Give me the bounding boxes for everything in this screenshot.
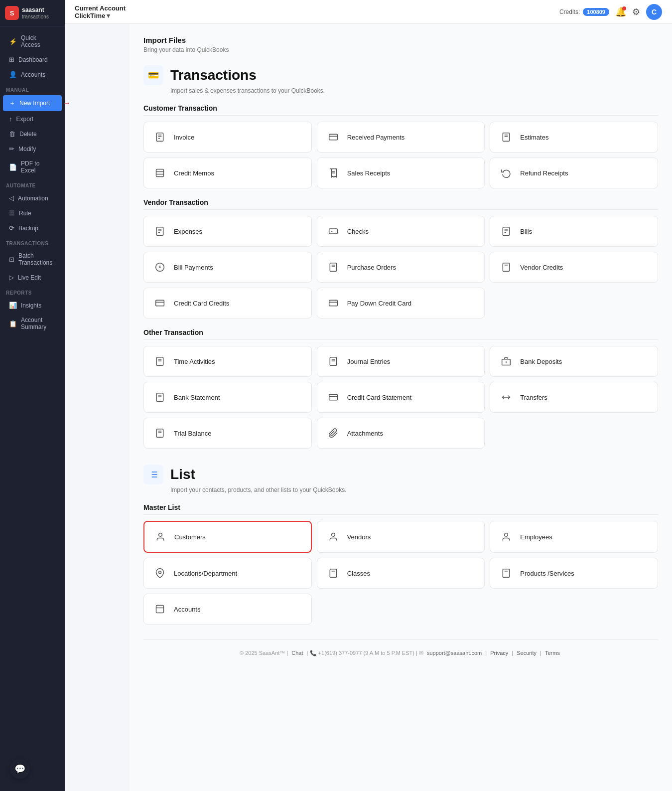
card-sales-receipts[interactable]: Sales Receipts (317, 158, 485, 188)
pay-down-credit-card-label: Pay Down Credit Card (347, 300, 411, 307)
svg-point-62 (159, 571, 161, 574)
sidebar-item-rule[interactable]: ☰ Rule (3, 206, 62, 220)
card-estimates[interactable]: Estimates (490, 122, 658, 153)
svg-rect-27 (330, 263, 336, 272)
card-classes[interactable]: Classes (317, 558, 485, 589)
svg-rect-44 (156, 393, 163, 402)
live-edit-label: Live Edit (18, 274, 41, 281)
customers-label: Customers (174, 533, 206, 541)
sidebar-item-accounts[interactable]: 👤 Accounts (3, 67, 62, 82)
card-purchase-orders[interactable]: Purchase Orders (317, 252, 485, 283)
footer-email[interactable]: support@saasant.com (427, 650, 482, 656)
svg-rect-0 (156, 133, 163, 142)
accounts-list-icon (152, 601, 168, 617)
footer-security[interactable]: Security (517, 650, 537, 656)
dashboard-icon: ⊞ (9, 56, 14, 63)
credits-value: 100809 (583, 8, 609, 16)
card-bank-deposits[interactable]: Bank Deposits (490, 346, 658, 377)
card-pay-down-credit-card[interactable]: Pay Down Credit Card (317, 288, 485, 318)
account-info: Current Account ClickTime ▾ (75, 4, 126, 19)
card-credit-memos[interactable]: Credit Memos (143, 158, 312, 188)
sidebar-item-automation[interactable]: ◁ Automation (3, 191, 62, 205)
credits-area: Credits: 100809 (559, 8, 609, 16)
card-invoice[interactable]: Invoice (143, 122, 312, 153)
svg-rect-39 (330, 357, 336, 366)
account-name[interactable]: ClickTime (75, 12, 105, 19)
sidebar-item-export[interactable]: ↑ Export (3, 112, 62, 126)
insights-icon: 📊 (9, 302, 17, 309)
checks-icon (325, 223, 341, 239)
sidebar-item-batch-transactions[interactable]: ⊡ Batch Transactions (3, 249, 62, 270)
modify-icon: ✏ (9, 145, 14, 153)
footer-chat-link[interactable]: Chat (291, 650, 303, 656)
quick-access-icon: ⚡ (9, 38, 17, 45)
other-transaction-title: Other Transaction (143, 328, 658, 340)
footer-terms[interactable]: Terms (545, 650, 560, 656)
classes-icon (325, 565, 341, 581)
accounts-label: Accounts (21, 71, 45, 78)
rule-label: Rule (19, 210, 31, 217)
footer-privacy[interactable]: Privacy (490, 650, 508, 656)
modify-label: Modify (18, 146, 36, 153)
card-attachments[interactable]: Attachments (317, 418, 485, 449)
card-customers[interactable]: Customers (143, 521, 312, 553)
card-credit-card-statement[interactable]: Credit Card Statement (317, 382, 485, 413)
card-checks[interactable]: Checks (317, 216, 485, 247)
card-refund-receipts[interactable]: Refund Receipts (490, 158, 658, 188)
bill-payments-label: Bill Payments (174, 264, 213, 271)
credit-card-credits-label: Credit Card Credits (174, 300, 229, 307)
vendor-transaction-title: Vendor Transaction (143, 198, 658, 210)
sidebar-item-pdf-to-excel[interactable]: 📄 PDF to Excel (3, 157, 62, 177)
card-products-services[interactable]: Products /Services (490, 558, 658, 589)
card-transfers[interactable]: Transfers (490, 382, 658, 413)
account-chevron[interactable]: ▾ (107, 12, 110, 19)
pdf-to-excel-label: PDF to Excel (21, 160, 56, 174)
credit-card-statement-label: Credit Card Statement (347, 394, 411, 401)
card-employees[interactable]: Employees (490, 521, 658, 553)
estimates-icon (498, 129, 514, 145)
avatar[interactable]: C (646, 4, 662, 20)
card-trial-balance[interactable]: Trial Balance (143, 418, 312, 449)
sidebar: S saasant transactions ⚡ Quick Access ⊞ … (0, 0, 65, 791)
dashboard-label: Dashboard (18, 56, 48, 63)
sidebar-item-quick-access[interactable]: ⚡ Quick Access (3, 31, 62, 52)
sidebar-item-insights[interactable]: 📊 Insights (3, 298, 62, 313)
card-time-activities[interactable]: Time Activities (143, 346, 312, 377)
notification-button[interactable]: 🔔 (615, 6, 626, 17)
new-import-icon: ＋ (9, 99, 15, 108)
sidebar-item-new-import[interactable]: ＋ New Import → (3, 95, 62, 111)
quick-access-label: Quick Access (21, 34, 56, 48)
settings-button[interactable]: ⚙ (632, 6, 640, 17)
sidebar-item-live-edit[interactable]: ▷ Live Edit (3, 270, 62, 285)
chat-button[interactable]: 💬 (10, 759, 30, 779)
card-accounts-list[interactable]: Accounts (143, 594, 312, 625)
bank-deposits-icon (498, 353, 514, 369)
sidebar-item-delete[interactable]: 🗑 Delete (3, 127, 62, 141)
card-journal-entries[interactable]: Journal Entries (317, 346, 485, 377)
sidebar-nav: ⚡ Quick Access ⊞ Dashboard 👤 Accounts MA… (0, 26, 65, 791)
card-credit-card-credits[interactable]: Credit Card Credits (143, 288, 312, 318)
transactions-section-header: 💳 Transactions (143, 65, 658, 85)
accounts-list-label: Accounts (174, 606, 200, 613)
card-bill-payments[interactable]: Bill Payments (143, 252, 312, 283)
sidebar-item-account-summary[interactable]: 📋 Account Summary (3, 313, 62, 334)
svg-rect-20 (503, 227, 510, 236)
customers-icon (152, 529, 168, 545)
card-received-payments[interactable]: Received Payments (317, 122, 485, 153)
automate-section-label: AUTOMATE (0, 178, 65, 190)
sidebar-item-backup[interactable]: ⟳ Backup (3, 221, 62, 235)
employees-icon (498, 529, 514, 545)
card-bills[interactable]: Bills (490, 216, 658, 247)
backup-label: Backup (18, 225, 38, 232)
received-payments-label: Received Payments (347, 134, 405, 141)
card-locations-department[interactable]: Locations/Department (143, 558, 312, 589)
svg-rect-47 (329, 394, 337, 400)
card-bank-statement[interactable]: Bank Statement (143, 382, 312, 413)
card-expenses[interactable]: Expenses (143, 216, 312, 247)
card-vendor-credits[interactable]: Vendor Credits (490, 252, 658, 283)
sidebar-item-dashboard[interactable]: ⊞ Dashboard (3, 52, 62, 67)
logo-area: S saasant transactions (0, 0, 65, 26)
bank-deposits-label: Bank Deposits (520, 358, 562, 365)
card-vendors[interactable]: Vendors (317, 521, 485, 553)
sidebar-item-modify[interactable]: ✏ Modify (3, 142, 62, 156)
